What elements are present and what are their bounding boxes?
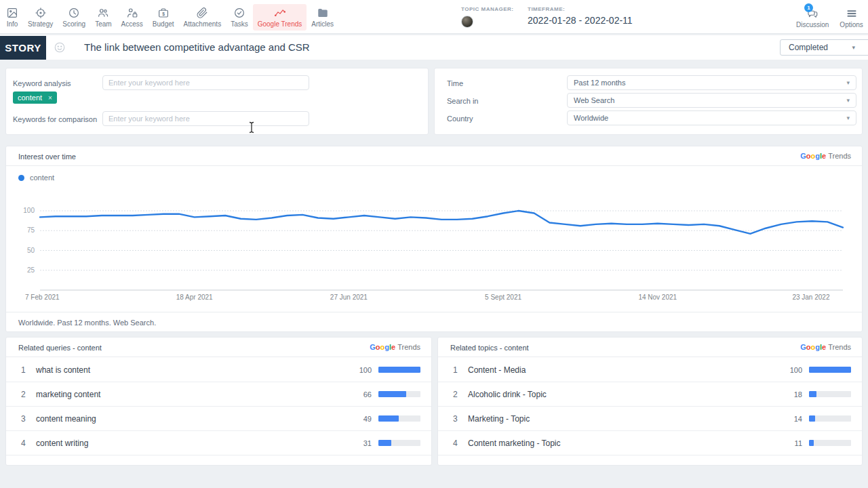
toolbar-item-budget[interactable]: $ Budget xyxy=(148,4,179,30)
table-row: 4 Content marketing - Topic 11 xyxy=(438,431,862,455)
table-row: 2 Alcoholic drink - Topic 18 xyxy=(438,382,862,407)
toolbar-item-access[interactable]: Access xyxy=(117,4,148,30)
table-row: 1 Content - Media 100 xyxy=(438,358,862,382)
topic-label[interactable]: Content - Media xyxy=(468,365,783,375)
chart-footer: Worldwide. Past 12 months. Web Search. xyxy=(6,312,862,331)
chart-legend: content xyxy=(18,174,54,182)
topic-label[interactable]: Marketing - Topic xyxy=(468,414,783,424)
articles-folder-icon xyxy=(317,7,329,19)
value-bar xyxy=(378,415,420,422)
text-cursor-icon xyxy=(248,121,256,136)
chevron-down-icon: ▾ xyxy=(852,44,855,51)
keywords-comparison-label: Keywords for comparison xyxy=(13,115,97,123)
top-toolbar: Info Strategy Scoring Team Access $ Budg… xyxy=(0,0,868,34)
country-dropdown[interactable]: Worldwide ▾ xyxy=(567,110,856,125)
timeframe-value: 2022-01-28 - 2022-02-11 xyxy=(528,15,633,26)
toolbar-item-google-trends[interactable]: Google Trends xyxy=(253,4,307,30)
toolbar-item-tasks[interactable]: Tasks xyxy=(226,4,253,30)
search-in-value: Web Search xyxy=(574,96,614,104)
topic-label[interactable]: Content marketing - Topic xyxy=(468,439,783,448)
value-bar xyxy=(809,367,851,373)
svg-text:5 Sept 2021: 5 Sept 2021 xyxy=(485,293,521,301)
toolbar-item-label: Google Trends xyxy=(258,20,302,28)
panel-title: Interest over time xyxy=(18,152,76,161)
country-value: Worldwide xyxy=(574,114,608,122)
legend-label: content xyxy=(30,174,54,182)
row-rank: 4 xyxy=(21,439,36,448)
svg-text:100: 100 xyxy=(23,207,35,214)
interest-line-chart[interactable]: 2550751007 Feb 202118 Apr 202127 Jun 202… xyxy=(6,201,862,304)
toolbar-item-articles[interactable]: Articles xyxy=(307,4,338,30)
google-trends-logo: GoogleTrends xyxy=(800,152,851,160)
chevron-down-icon: ▾ xyxy=(846,79,850,86)
query-label[interactable]: content writing xyxy=(36,439,353,448)
svg-text:25: 25 xyxy=(27,266,35,274)
query-label[interactable]: content meaning xyxy=(36,414,353,424)
query-label[interactable]: marketing content xyxy=(36,390,353,399)
related-topics-panel: Related topics - content GoogleTrends 1 … xyxy=(437,337,863,466)
related-queries-panel: Related queries - content GoogleTrends 1… xyxy=(5,337,432,466)
value-bar xyxy=(378,367,420,373)
toolbar-item-team[interactable]: Team xyxy=(90,4,116,30)
table-row: 3 Marketing - Topic 14 xyxy=(438,407,862,431)
time-dropdown[interactable]: Past 12 months ▾ xyxy=(567,75,856,90)
discussion-badge: 1 xyxy=(804,3,813,12)
row-rank: 1 xyxy=(453,365,468,375)
time-label: Time xyxy=(447,79,463,87)
topic-value: 14 xyxy=(783,415,802,423)
search-in-dropdown[interactable]: Web Search ▾ xyxy=(567,93,856,108)
table-row: 3 content meaning 49 xyxy=(6,407,431,431)
topic-manager-avatar[interactable] xyxy=(461,16,473,28)
budget-icon: $ xyxy=(157,7,170,19)
related-topics-list: 1 Content - Media 100 2 Alcoholic drink … xyxy=(438,358,862,455)
table-row: 1 what is content 100 xyxy=(6,358,431,382)
tasks-icon xyxy=(233,7,245,19)
timeframe-label: TIMEFRAME: xyxy=(528,6,633,12)
status-dropdown[interactable]: Completed ▾ xyxy=(780,39,868,56)
settings-form-card: Time Past 12 months ▾ Search in Web Sear… xyxy=(434,68,863,135)
value-bar xyxy=(809,391,851,397)
topic-value: 11 xyxy=(783,439,802,447)
discussion-button[interactable]: 1 Discussion xyxy=(796,6,829,28)
strategy-icon xyxy=(35,7,47,19)
topic-label[interactable]: Alcoholic drink - Topic xyxy=(468,390,783,399)
chart-footer-text: Worldwide. Past 12 months. Web Search. xyxy=(18,319,156,327)
value-bar xyxy=(809,440,851,446)
remove-chip-icon[interactable]: × xyxy=(48,94,52,102)
toolbar-item-label: Access xyxy=(121,20,143,28)
query-value: 66 xyxy=(353,390,372,399)
toolbar-item-label: Tasks xyxy=(231,20,248,28)
svg-text:75: 75 xyxy=(27,226,35,234)
toolbar-item-attachments[interactable]: Attachments xyxy=(179,4,226,30)
info-icon xyxy=(6,7,18,19)
toolbar-item-scoring[interactable]: Scoring xyxy=(58,4,90,30)
keyword-chip-label: content xyxy=(18,94,42,102)
related-queries-list: 1 what is content 100 2 marketing conten… xyxy=(6,358,431,455)
scoring-icon xyxy=(68,7,80,19)
toolbar-item-strategy[interactable]: Strategy xyxy=(23,4,58,30)
row-rank: 3 xyxy=(21,414,36,424)
svg-text:7 Feb 2021: 7 Feb 2021 xyxy=(25,293,60,301)
timeframe-block: TIMEFRAME: 2022-01-28 - 2022-02-11 xyxy=(528,6,633,26)
options-button[interactable]: Options xyxy=(840,6,863,28)
search-in-label: Search in xyxy=(447,97,478,105)
row-rank: 2 xyxy=(453,390,468,399)
row-rank: 2 xyxy=(21,390,36,399)
smiley-icon[interactable] xyxy=(54,41,66,54)
query-value: 100 xyxy=(353,366,372,374)
google-trends-logo: GoogleTrends xyxy=(370,343,420,351)
query-label[interactable]: what is content xyxy=(36,365,353,375)
topic-manager-block: TOPIC MANAGER: xyxy=(461,6,514,28)
svg-text:50: 50 xyxy=(27,247,35,254)
toolbar-item-info[interactable]: Info xyxy=(1,4,23,30)
page-background: Info Strategy Scoring Team Access $ Budg… xyxy=(0,0,868,488)
table-row: 2 marketing content 66 xyxy=(6,382,431,407)
svg-text:27 Jun 2021: 27 Jun 2021 xyxy=(330,293,368,301)
legend-dot-icon xyxy=(18,175,24,181)
toolbar-item-label: Attachments xyxy=(184,20,222,28)
keyword-input[interactable] xyxy=(102,75,309,90)
comparison-keyword-input[interactable] xyxy=(102,111,309,126)
country-label: Country xyxy=(447,115,473,123)
panel-header: Related queries - content GoogleTrends xyxy=(6,338,431,357)
panel-title: Related queries - content xyxy=(18,344,102,352)
